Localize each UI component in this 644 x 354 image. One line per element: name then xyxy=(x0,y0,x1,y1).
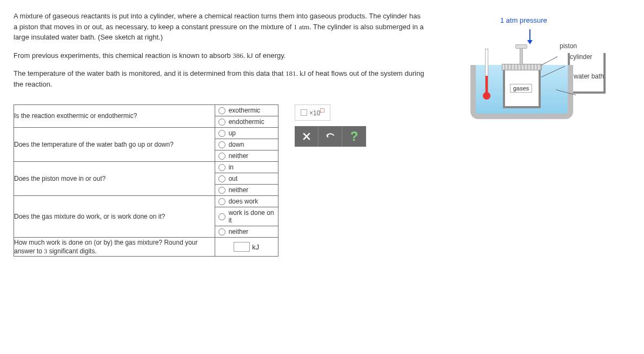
q1-radio-endothermic[interactable] xyxy=(218,119,225,126)
gases-label: gases xyxy=(510,84,532,93)
q3-radio-neither[interactable] xyxy=(218,187,225,194)
q2-option-up[interactable]: up xyxy=(215,128,278,139)
q4-radio-doeswork[interactable] xyxy=(218,198,225,205)
q5-prompt: How much work is done on (or by) the gas… xyxy=(14,238,215,257)
q1-prompt: Is the reaction exothermic or endothermi… xyxy=(14,105,215,128)
piston-handle xyxy=(515,44,527,49)
q4-prompt: Does the gas mixture do work, or is work… xyxy=(14,196,215,238)
problem-paragraph-3: The temperature of the water bath is mon… xyxy=(14,68,424,89)
thermometer-bulb xyxy=(483,92,490,100)
problem-paragraph-1: A mixture of gaseous reactants is put in… xyxy=(14,11,424,43)
pressure-label: 1 atm pressure xyxy=(500,16,547,24)
q4-option-neither[interactable]: neither xyxy=(215,226,278,237)
q3-option-in[interactable]: in xyxy=(215,162,278,173)
q5-work-input[interactable] xyxy=(234,242,250,252)
q4-radio-neither[interactable] xyxy=(218,228,225,235)
leader-line xyxy=(541,56,557,65)
q1-radio-exothermic[interactable] xyxy=(218,107,225,114)
q2-radio-down[interactable] xyxy=(218,141,225,148)
q2-radio-up[interactable] xyxy=(218,130,225,137)
exponent-button[interactable]: ×10 xyxy=(295,104,330,121)
thermometer-fill xyxy=(486,76,488,94)
q4-option-workdone[interactable]: work is done on it xyxy=(215,207,278,226)
q3-option-neither[interactable]: neither xyxy=(215,185,278,195)
q1-option-exothermic[interactable]: exothermic xyxy=(215,105,278,116)
waterbath-label: water bath xyxy=(574,73,604,80)
undo-icon xyxy=(325,131,336,142)
q5-unit: kJ xyxy=(252,243,259,251)
help-button[interactable]: ? xyxy=(342,126,366,147)
q3-option-out[interactable]: out xyxy=(215,173,278,185)
x-icon xyxy=(301,131,312,142)
undo-button[interactable] xyxy=(318,126,342,147)
piston-rod xyxy=(520,48,523,65)
arrow-down-icon xyxy=(526,29,534,47)
q3-prompt: Does the piston move in or out? xyxy=(14,162,215,196)
q2-option-neither[interactable]: neither xyxy=(215,150,278,161)
question-table: Is the reaction exothermic or endothermi… xyxy=(14,104,278,257)
toolbar: ? xyxy=(295,126,366,147)
q2-option-down[interactable]: down xyxy=(215,139,278,150)
q4-radio-workdone[interactable] xyxy=(218,213,225,220)
q3-radio-out[interactable] xyxy=(218,175,225,182)
q2-prompt: Does the temperature of the water bath g… xyxy=(14,128,215,162)
q2-radio-neither[interactable] xyxy=(218,153,225,160)
q4-option-doeswork[interactable]: does work xyxy=(215,196,278,207)
question-icon: ? xyxy=(350,129,358,144)
apparatus-diagram: 1 atm pressure piston cylinder water bat… xyxy=(441,16,592,124)
checkbox-icon xyxy=(301,109,307,116)
problem-paragraph-2: From previous experiments, this chemical… xyxy=(14,50,424,61)
q1-option-endothermic[interactable]: endothermic xyxy=(215,116,278,127)
piston-label: piston xyxy=(560,42,577,50)
q3-radio-in[interactable] xyxy=(218,164,225,171)
clear-button[interactable] xyxy=(295,126,318,147)
